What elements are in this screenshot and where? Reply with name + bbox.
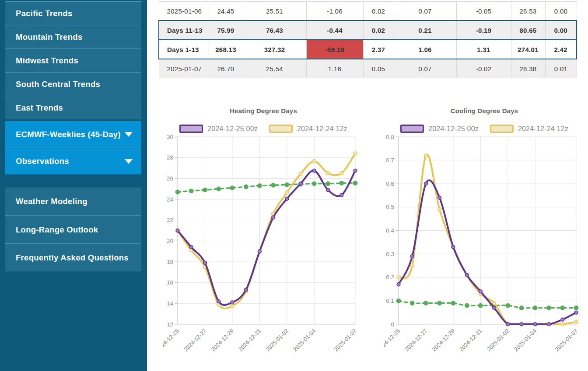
- cooling-chart: Cooling Degree Days 2024-12-25 00z 2024-…: [384, 107, 585, 370]
- svg-text:2024-12-31: 2024-12-31: [458, 328, 483, 353]
- svg-text:24: 24: [167, 196, 174, 203]
- sidebar: Pacific TrendsMountain TrendsMidwest Tre…: [0, 0, 147, 371]
- sidebar-item-south-central-trends[interactable]: South Central Trends: [5, 72, 141, 96]
- legend-label: 2024-12-24 12z: [297, 125, 347, 133]
- svg-text:2024-12-27: 2024-12-27: [182, 328, 208, 353]
- legend-swatch-icon: [179, 125, 203, 133]
- legend-item[interactable]: 2024-12-25 00z: [179, 125, 258, 133]
- value-cell: 0.02: [363, 21, 394, 40]
- sidebar-item-long-range-outlook[interactable]: Long-Range Outlook: [5, 215, 141, 243]
- svg-text:0.3: 0.3: [386, 251, 394, 257]
- chart-legend: 2024-12-25 00z 2024-12-24 12z: [384, 124, 585, 133]
- svg-text:0.2: 0.2: [386, 274, 394, 281]
- heating-chart-svg: 121416182022242628302024-12-252024-12-27…: [163, 134, 364, 370]
- svg-text:0.5: 0.5: [386, 204, 394, 210]
- value-cell: 0.21: [394, 21, 456, 40]
- value-cell: 0.07: [394, 2, 456, 21]
- row-label-cell: Days 1-13: [159, 40, 209, 59]
- value-cell: 1.16: [306, 59, 363, 78]
- value-cell: 2.37: [363, 40, 394, 59]
- svg-text:2024-12-29: 2024-12-29: [210, 328, 235, 353]
- table-row[interactable]: 2025-01-0624.4525.51-1.060.020.07-0.0526…: [159, 2, 577, 21]
- svg-text:0.6: 0.6: [386, 180, 394, 187]
- value-cell: 25.51: [243, 2, 306, 21]
- value-cell: -1.06: [306, 2, 363, 21]
- sidebar-item-label: Pacific Trends: [16, 9, 73, 18]
- svg-text:26: 26: [167, 175, 173, 182]
- sidebar-nav: Pacific TrendsMountain TrendsMidwest Tre…: [5, 0, 141, 271]
- sidebar-item-label: Frequently Asked Questions: [16, 253, 129, 263]
- value-cell: 0.00: [545, 2, 577, 21]
- legend-item[interactable]: 2024-12-24 12z: [490, 125, 568, 133]
- sidebar-item-label: ECMWF-Weeklies (45-Day): [16, 130, 121, 139]
- svg-text:0.7: 0.7: [386, 157, 394, 163]
- legend-swatch-icon: [490, 125, 514, 133]
- value-cell: 0.02: [363, 2, 394, 21]
- summary-table: 2025-01-0624.4525.51-1.060.020.07-0.0526…: [158, 1, 577, 78]
- svg-text:2024-12-29: 2024-12-29: [430, 328, 456, 353]
- value-cell: 2.42: [545, 40, 577, 59]
- table-row[interactable]: Days 1-13268.13327.32-59.192.371.061.312…: [159, 40, 577, 59]
- table-row[interactable]: Days 11-1375.9976.43-0.440.020.21-0.1980…: [159, 21, 577, 40]
- value-cell: 24.45: [209, 2, 243, 21]
- negative-anomaly-cell: -59.19: [306, 40, 363, 59]
- svg-text:2025-01-04: 2025-01-04: [513, 328, 538, 353]
- legend-label: 2024-12-25 00z: [428, 125, 479, 133]
- value-cell: -0.05: [456, 2, 511, 21]
- legend-label: 2024-12-24 12z: [518, 125, 568, 133]
- legend-item[interactable]: 2024-12-24 12z: [269, 125, 347, 133]
- legend-swatch-icon: [400, 125, 424, 133]
- svg-text:22: 22: [167, 217, 173, 223]
- legend-item[interactable]: 2024-12-25 00z: [400, 125, 479, 133]
- svg-text:2025-01-07: 2025-01-07: [553, 328, 579, 353]
- value-cell: 0.05: [363, 59, 394, 78]
- svg-text:0.4: 0.4: [386, 227, 394, 234]
- svg-text:20: 20: [167, 238, 173, 244]
- svg-text:0: 0: [391, 321, 394, 328]
- sidebar-item-east-trends[interactable]: East Trends: [5, 96, 141, 119]
- svg-text:12: 12: [167, 321, 173, 328]
- svg-text:2024-12-31: 2024-12-31: [237, 328, 262, 353]
- chevron-down-icon: [125, 159, 133, 164]
- value-cell: 327.32: [243, 40, 306, 59]
- sidebar-item-weather-modeling[interactable]: Weather Modeling: [5, 187, 141, 215]
- value-cell: 274.01: [511, 40, 545, 59]
- sidebar-group-expandable: ECMWF-Weeklies (45-Day)Observations: [5, 121, 141, 174]
- svg-text:2025-01-04: 2025-01-04: [292, 328, 317, 353]
- sidebar-group-trends: Pacific TrendsMountain TrendsMidwest Tre…: [5, 1, 141, 119]
- value-cell: -0.44: [306, 21, 363, 40]
- row-label-cell: 2025-01-07: [159, 59, 209, 78]
- value-cell: 76.43: [243, 21, 306, 40]
- svg-text:2025-01-07: 2025-01-07: [332, 328, 358, 353]
- svg-text:2025-01-02: 2025-01-02: [485, 328, 511, 353]
- value-cell: -0.19: [456, 21, 511, 40]
- value-cell: 0.01: [545, 59, 577, 78]
- heating-chart: Heating Degree Days 2024-12-25 00z 2024-…: [163, 107, 364, 370]
- sidebar-item-label: East Trends: [16, 103, 63, 113]
- svg-text:0.1: 0.1: [386, 298, 394, 304]
- sidebar-group-footer: Weather ModelingLong-Range OutlookFreque…: [5, 187, 141, 271]
- sidebar-item-mountain-trends[interactable]: Mountain Trends: [5, 25, 141, 49]
- value-cell: 268.13: [209, 40, 243, 59]
- sidebar-item-pacific-trends[interactable]: Pacific Trends: [5, 1, 141, 25]
- sidebar-item-ecmwf-weeklies-45-day[interactable]: ECMWF-Weeklies (45-Day): [5, 121, 141, 148]
- svg-text:2025-01-02: 2025-01-02: [264, 328, 290, 353]
- sidebar-item-frequently-asked-questions[interactable]: Frequently Asked Questions: [5, 243, 141, 271]
- legend-swatch-icon: [269, 125, 293, 133]
- sidebar-item-label: South Central Trends: [16, 80, 100, 89]
- svg-text:2024-12-25: 2024-12-25: [163, 328, 180, 353]
- sidebar-item-label: Mountain Trends: [16, 32, 83, 42]
- chevron-down-icon: [125, 132, 133, 137]
- sidebar-gap: [5, 174, 141, 187]
- sidebar-item-midwest-trends[interactable]: Midwest Trends: [5, 49, 141, 72]
- value-cell: 0.07: [394, 59, 456, 78]
- legend-label: 2024-12-25 00z: [207, 125, 258, 133]
- table-row[interactable]: 2025-01-0726.7025.541.160.050.07-0.0228.…: [159, 59, 577, 78]
- svg-text:2024-12-27: 2024-12-27: [403, 328, 429, 353]
- value-cell: 80.65: [511, 21, 545, 40]
- sidebar-item-label: Observations: [16, 156, 69, 166]
- row-label-cell: 2025-01-06: [159, 2, 209, 21]
- value-cell: 1.31: [456, 40, 511, 59]
- cooling-chart-svg: 00.10.20.30.40.50.60.70.82024-12-252024-…: [384, 134, 585, 370]
- sidebar-item-observations[interactable]: Observations: [5, 148, 141, 174]
